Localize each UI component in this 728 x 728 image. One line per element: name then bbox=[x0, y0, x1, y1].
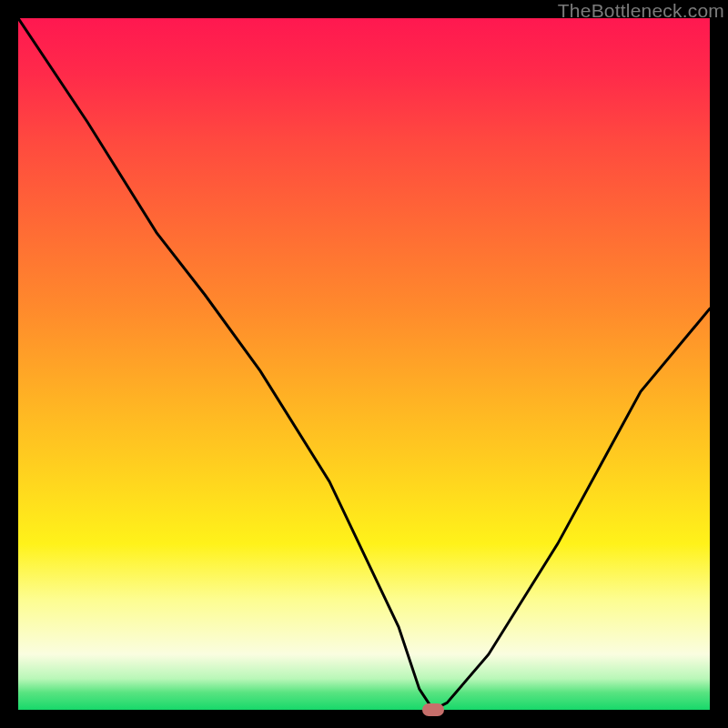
optimum-marker bbox=[422, 703, 444, 716]
chart-plot-area bbox=[18, 18, 710, 710]
bottleneck-curve-path bbox=[18, 18, 710, 710]
chart-curve-layer bbox=[18, 18, 710, 710]
